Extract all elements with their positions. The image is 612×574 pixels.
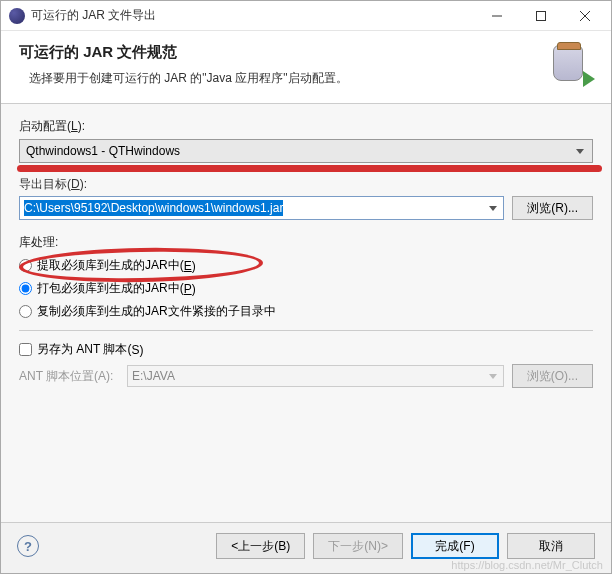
save-ant-checkbox-row[interactable]: 另存为 ANT 脚本(S) — [19, 341, 593, 358]
radio-extract-libs-input[interactable] — [19, 259, 32, 272]
cancel-button[interactable]: 取消 — [507, 533, 595, 559]
annotation-underline — [17, 165, 602, 172]
dialog-window: 可运行的 JAR 文件导出 可运行的 JAR 文件规范 选择要用于创建可运行的 … — [0, 0, 612, 574]
banner-description: 选择要用于创建可运行的 JAR 的"Java 应用程序"启动配置。 — [19, 70, 549, 87]
launch-config-combo[interactable]: Qthwindows1 - QTHwindows — [19, 139, 593, 163]
minimize-button[interactable] — [475, 2, 519, 30]
save-ant-checkbox[interactable] — [19, 343, 32, 356]
window-controls — [475, 2, 607, 30]
radio-copy-libs[interactable]: 复制必须库到生成的JAR文件紧接的子目录中 — [19, 303, 593, 320]
radio-copy-libs-input[interactable] — [19, 305, 32, 318]
jar-export-icon — [549, 43, 593, 87]
help-icon[interactable]: ? — [17, 535, 39, 557]
radio-package-libs-input[interactable] — [19, 282, 32, 295]
export-dest-input[interactable]: C:\Users\95192\Desktop\windows1\windows1… — [19, 196, 504, 220]
lib-handling-label: 库处理: — [19, 234, 593, 251]
maximize-button[interactable] — [519, 2, 563, 30]
close-button[interactable] — [563, 2, 607, 30]
button-bar: ? <上一步(B) 下一步(N)> 完成(F) 取消 — [1, 522, 611, 573]
launch-config-label: 启动配置(L): — [19, 118, 593, 135]
ant-location-input: E:\JAVA — [127, 365, 504, 387]
eclipse-icon — [9, 8, 25, 24]
titlebar: 可运行的 JAR 文件导出 — [1, 1, 611, 31]
window-title: 可运行的 JAR 文件导出 — [31, 7, 475, 24]
radio-extract-libs[interactable]: 提取必须库到生成的JAR中(E) — [19, 257, 593, 274]
browse-export-button[interactable]: 浏览(R)... — [512, 196, 593, 220]
browse-ant-button: 浏览(O)... — [512, 364, 593, 388]
content-area: 启动配置(L): Qthwindows1 - QTHwindows 导出目标(D… — [1, 104, 611, 522]
radio-package-libs[interactable]: 打包必须库到生成的JAR中(P) — [19, 280, 593, 297]
ant-location-label: ANT 脚本位置(A): — [19, 368, 119, 385]
svg-rect-1 — [537, 11, 546, 20]
banner-title: 可运行的 JAR 文件规范 — [19, 43, 549, 62]
next-button: 下一步(N)> — [313, 533, 403, 559]
finish-button[interactable]: 完成(F) — [411, 533, 499, 559]
export-dest-label: 导出目标(D): — [19, 176, 593, 193]
divider — [19, 330, 593, 331]
back-button[interactable]: <上一步(B) — [216, 533, 305, 559]
banner: 可运行的 JAR 文件规范 选择要用于创建可运行的 JAR 的"Java 应用程… — [1, 31, 611, 104]
